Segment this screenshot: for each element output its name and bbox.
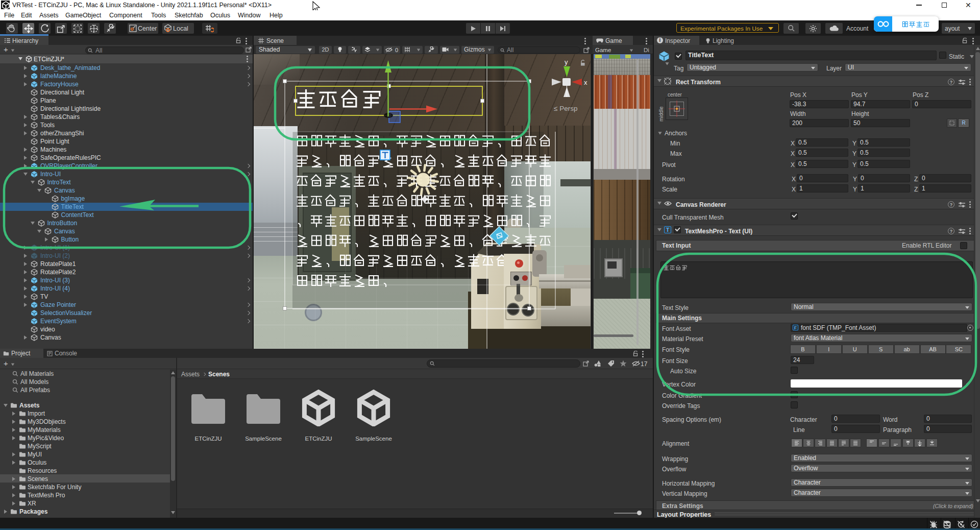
svg-text:x: x: [584, 79, 587, 86]
svg-text:≤ Persp: ≤ Persp: [554, 105, 577, 112]
svg-text:y: y: [565, 58, 568, 66]
